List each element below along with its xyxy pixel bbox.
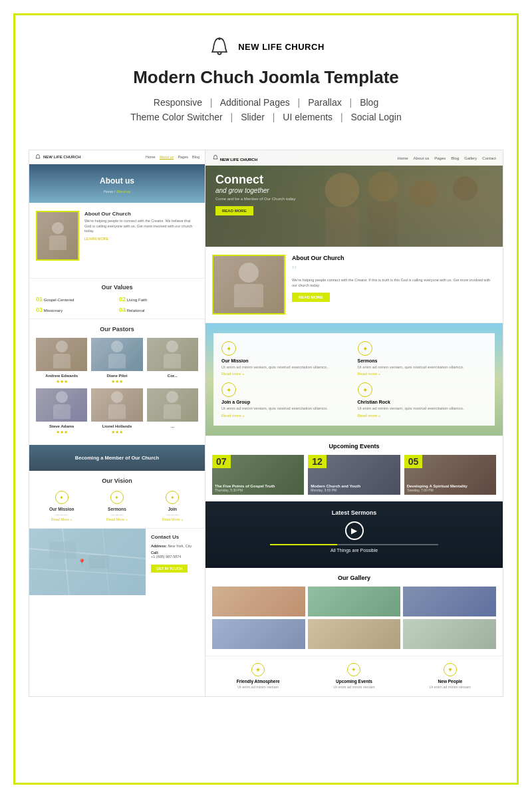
right-column: NEW LIFE CHURCH Home About us Pages Blog… bbox=[205, 150, 503, 696]
vision-sermons-title: Sermons bbox=[91, 507, 142, 511]
rn-about: About us bbox=[414, 156, 430, 160]
mission-title-3: Join a Group bbox=[221, 400, 351, 404]
mission-link-1[interactable]: Read more » bbox=[221, 372, 351, 376]
pastor-img-5 bbox=[91, 388, 142, 422]
features-row-2: Theme Color Switcher | Slider | UI eleme… bbox=[29, 112, 503, 122]
feature-text-2: Ut enim ad minim veniam bbox=[308, 685, 400, 690]
mission-icon-2: ✦ bbox=[358, 341, 372, 356]
value-1-label: Gospel-Centered bbox=[44, 298, 74, 302]
sep4: | bbox=[231, 112, 233, 122]
event-date-1: 07 bbox=[212, 455, 231, 468]
church-bell-icon bbox=[207, 35, 231, 59]
feature-ui-elements: UI elements bbox=[283, 112, 332, 122]
pastor-img-1 bbox=[36, 338, 87, 371]
mission-link-2[interactable]: Read more » bbox=[358, 372, 487, 376]
mission-icon-3: ✦ bbox=[221, 382, 236, 397]
event-text-2: Modern Church and Youth Monday, 3:00 PM bbox=[311, 484, 397, 492]
rn-contact: Contact bbox=[482, 156, 496, 160]
feature-additional-pages: Additional Pages bbox=[220, 97, 290, 108]
nav-pages: Pages bbox=[178, 155, 188, 160]
pastors-title: Our Pastors bbox=[36, 326, 198, 332]
rn-home: Home bbox=[398, 156, 408, 160]
pastor-card-5: Lionel Hollands ★★★ bbox=[91, 388, 142, 435]
pastor-card-3: Cor... bbox=[147, 338, 198, 384]
play-button[interactable]: ▶ bbox=[345, 521, 364, 540]
nav-home: Home bbox=[146, 155, 156, 160]
event-card-3: 05 Developing A Spiritual Mentality Tues… bbox=[404, 455, 496, 495]
mission-text-4: Ut enim ad minim veniam, quis nostrud ex… bbox=[358, 406, 487, 411]
connect-read-more-button[interactable]: READ MORE bbox=[215, 206, 253, 215]
about-church-right: About Our Church " We're helping people … bbox=[205, 247, 503, 323]
value-4-num: 04 bbox=[119, 307, 126, 313]
feature-title-2: Upcoming Events bbox=[308, 679, 400, 684]
rn-blog: Blog bbox=[451, 156, 459, 160]
mission-text-3: Ut enim ad minim veniam, quis nostrud ex… bbox=[221, 406, 351, 411]
vision-sermons-link[interactable]: Read More » bbox=[106, 517, 128, 521]
contact-phone: Call: +1 (605) 987-5874 bbox=[151, 551, 192, 559]
about-right-button[interactable]: READ MORE bbox=[292, 293, 330, 302]
sermon-progress-fill bbox=[270, 544, 338, 545]
feature-1: ★ Friendly Atmosphere Ut enim ad minim v… bbox=[212, 663, 304, 690]
get-in-touch-button[interactable]: GET IN TOUCH bbox=[151, 565, 188, 573]
breadcrumb-current: About us bbox=[116, 190, 131, 194]
feature-parallax: Parallax bbox=[308, 97, 342, 108]
events-title: Upcoming Events bbox=[212, 443, 496, 450]
mission-icon-1: ✦ bbox=[221, 341, 236, 356]
address-label: Address: bbox=[151, 544, 167, 548]
gallery-item-2 bbox=[308, 587, 401, 616]
value-2-num: 02 bbox=[119, 296, 126, 303]
about-right-text: We're helping people connect with the Cr… bbox=[292, 277, 496, 289]
left-nav-links: Home About us Pages Blog bbox=[146, 155, 200, 160]
pastor-stars-4: ★★★ bbox=[36, 430, 87, 435]
event-info-2: Monday, 3:00 PM bbox=[311, 488, 397, 492]
pastor-card-4: Steve Adams ★★★ bbox=[36, 388, 87, 435]
sermons-content: Latest Sermons ▶ All Things are Possible bbox=[205, 501, 503, 561]
feature-icon-3: ♥ bbox=[444, 663, 457, 676]
vision-mission-link[interactable]: Read More » bbox=[51, 517, 72, 521]
about-church-readmore[interactable]: LEARN MORE bbox=[84, 237, 198, 241]
feature-2: ✦ Upcoming Events Ut enim ad minim venia… bbox=[308, 663, 400, 690]
mission-link-3[interactable]: Read more » bbox=[221, 414, 351, 418]
logo-container: NEW LIFE CHURCH bbox=[29, 35, 503, 59]
mission-text-2: Ut enim ad minim veniam, quis nostrud ex… bbox=[358, 364, 487, 370]
vision-join-link[interactable]: Read More » bbox=[162, 517, 183, 521]
pastor-card-6: ... bbox=[147, 388, 198, 435]
mission-title-2: Sermons bbox=[358, 358, 487, 363]
feature-title-1: Friendly Atmosphere bbox=[212, 679, 304, 684]
about-church-title: About Our Church bbox=[84, 211, 198, 217]
pastor-img-6 bbox=[147, 388, 198, 422]
phone-value: +1 (605) 987-5874 bbox=[151, 555, 181, 559]
feature-icon-2: ✦ bbox=[347, 663, 360, 676]
rn-gallery: Gallery bbox=[464, 156, 477, 160]
values-grid: 01 Gospel-Centered 02 Living Faith 03 Mi… bbox=[36, 296, 198, 313]
gallery-item-3 bbox=[403, 587, 496, 616]
mission-section: ✦ Our Mission Ut enim ad minim veniam, q… bbox=[205, 323, 503, 436]
events-grid: 07 The Five Points of Gospel Truth Thurs… bbox=[212, 455, 496, 495]
values-title: Our Values bbox=[36, 284, 198, 291]
breadcrumb-home: Home bbox=[104, 190, 114, 194]
sermons-section: Latest Sermons ▶ All Things are Possible bbox=[205, 501, 503, 568]
map-box: 📍 bbox=[29, 529, 146, 595]
left-nav-logo: NEW LIFE CHURCH bbox=[43, 155, 80, 159]
event-date-2: 12 bbox=[308, 455, 327, 468]
nav-blog: Blog bbox=[192, 155, 200, 160]
pastors-grid: Andrew Edwards ★★★ Diane Pilot ★★★ bbox=[36, 338, 198, 435]
mission-item-3: ✦ Join a Group Ut enim ad minim veniam, … bbox=[221, 382, 351, 417]
value-2: 02 Living Faith bbox=[119, 296, 198, 303]
mission-card: ✦ Our Mission Ut enim ad minim veniam, q… bbox=[213, 333, 495, 426]
main-title: Modern Chuch Joomla Template bbox=[29, 67, 503, 88]
gallery-title: Our Gallery bbox=[212, 575, 496, 581]
gallery-item-1 bbox=[212, 587, 305, 616]
mission-link-4[interactable]: Read more » bbox=[358, 414, 487, 418]
vision-mission-icon: ✦ bbox=[55, 491, 68, 504]
pastor-name-1: Andrew Edwards bbox=[36, 374, 87, 378]
about-hero-title: About us bbox=[37, 176, 197, 186]
mission-title-4: Christian Rock bbox=[358, 400, 487, 404]
pastor-name-4: Steve Adams bbox=[36, 424, 87, 428]
logo-text: NEW LIFE CHURCH bbox=[238, 42, 325, 53]
left-navbar: NEW LIFE CHURCH Home About us Pages Blog bbox=[29, 150, 205, 164]
contact-address: Address: New York, City bbox=[151, 544, 192, 548]
value-3-num: 03 bbox=[36, 307, 43, 313]
pastor-stars-2: ★★★ bbox=[91, 379, 142, 384]
vision-section: Our Vision ✦ Our Mission — — — Read More… bbox=[29, 471, 205, 528]
